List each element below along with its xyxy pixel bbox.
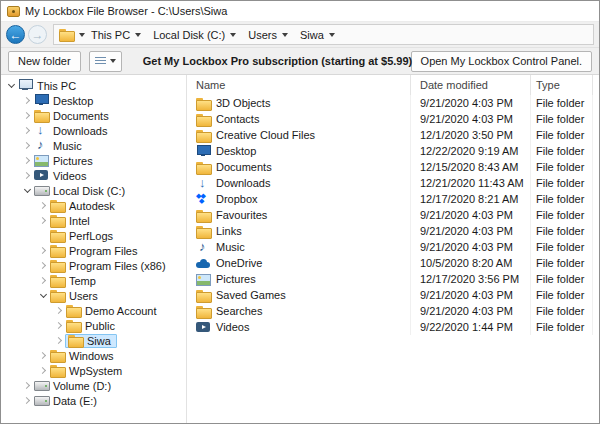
file-name: Links — [216, 225, 242, 237]
tree-item-program-files[interactable]: Program Files — [1, 243, 186, 258]
view-options-button[interactable] — [89, 51, 122, 72]
file-row-favourites[interactable]: Favourites 9/21/2020 4:03 PM File folder — [187, 207, 599, 223]
tree-item-perflogs[interactable]: PerfLogs — [1, 228, 186, 243]
chevron-down-icon[interactable] — [329, 33, 335, 37]
column-header-type[interactable]: Type — [531, 75, 593, 95]
chevron-down-icon[interactable] — [282, 33, 288, 37]
list-body: 3D Objects 9/21/2020 4:03 PM File folder… — [187, 95, 599, 423]
folder-icon — [50, 214, 65, 227]
tree-item-data-e[interactable]: Data (E:) — [1, 393, 186, 408]
tree-item-local-disk-c[interactable]: Local Disk (C:) — [1, 183, 186, 198]
folder-icon — [66, 319, 81, 332]
folder-icon — [50, 259, 65, 272]
chevron-right-icon[interactable] — [38, 350, 49, 361]
chevron-right-icon[interactable] — [38, 275, 49, 286]
file-type-cell: File folder — [531, 127, 593, 143]
tree-item-pictures[interactable]: Pictures — [1, 153, 186, 168]
file-name: Pictures — [216, 273, 256, 285]
file-row-downloads[interactable]: Downloads 12/21/2020 11:43 AM File folde… — [187, 175, 599, 191]
tree-item-autodesk[interactable]: Autodesk — [1, 198, 186, 213]
tree-item-temp[interactable]: Temp — [1, 273, 186, 288]
tree-item-program-files-x86[interactable]: Program Files (x86) — [1, 258, 186, 273]
file-row-contacts[interactable]: Contacts 9/21/2020 4:03 PM File folder — [187, 111, 599, 127]
chevron-right-icon[interactable] — [22, 170, 33, 181]
file-row-dropbox[interactable]: Dropbox 12/17/2020 8:21 AM File folder — [187, 191, 599, 207]
chevron-right-icon[interactable] — [38, 365, 49, 376]
selection-highlight: Siwa — [65, 334, 117, 348]
chevron-right-icon[interactable] — [22, 155, 33, 166]
folder-icon — [196, 225, 211, 238]
file-row-creative-cloud-files[interactable]: Creative Cloud Files 12/1/2020 3:50 PM F… — [187, 127, 599, 143]
breadcrumb-siwa[interactable]: Siwa — [294, 25, 341, 44]
chevron-right-icon[interactable] — [22, 380, 33, 391]
tree-item-desktop[interactable]: Desktop — [1, 93, 186, 108]
chevron-right-icon[interactable] — [38, 260, 49, 271]
breadcrumb-this-pc[interactable]: This PC — [85, 25, 147, 44]
chevron-right-icon[interactable] — [54, 305, 65, 316]
chevron-right-icon[interactable] — [22, 395, 33, 406]
tree-item-volume-d[interactable]: Volume (D:) — [1, 378, 186, 393]
chevron-down-icon[interactable] — [6, 80, 17, 91]
column-header-date-modified[interactable]: Date modified — [411, 75, 531, 95]
breadcrumb-label: Siwa — [300, 29, 324, 41]
title-bar[interactable]: My Lockbox File Browser - C:\Users\Siwa — [1, 1, 599, 22]
tree-item-this-pc[interactable]: This PC — [1, 78, 186, 93]
tree-item-music[interactable]: Music — [1, 138, 186, 153]
chevron-right-icon[interactable] — [38, 245, 49, 256]
tree-item-wpsystem[interactable]: WpSystem — [1, 363, 186, 378]
chevron-down-icon[interactable] — [38, 290, 49, 301]
monitor-icon — [34, 94, 49, 107]
breadcrumb[interactable]: This PC Local Disk (C:) Users Siwa — [53, 24, 594, 45]
file-type-cell: File folder — [531, 239, 593, 255]
chevron-right-icon[interactable] — [54, 335, 65, 346]
tree-item-intel[interactable]: Intel — [1, 213, 186, 228]
back-button[interactable]: ← — [6, 25, 25, 44]
file-row-searches[interactable]: Searches 9/21/2020 4:03 PM File folder — [187, 303, 599, 319]
file-name-cell: Creative Cloud Files — [187, 127, 411, 143]
new-folder-button[interactable]: New folder — [8, 51, 81, 72]
chevron-down-icon[interactable] — [230, 33, 236, 37]
chevron-down-icon[interactable] — [135, 33, 141, 37]
file-row-saved-games[interactable]: Saved Games 9/21/2020 4:03 PM File folde… — [187, 287, 599, 303]
file-date-cell: 12/17/2020 3:56 PM — [411, 271, 531, 287]
drive-icon — [34, 394, 49, 407]
chevron-right-icon[interactable] — [22, 95, 33, 106]
tree-item-windows[interactable]: Windows — [1, 348, 186, 363]
tree-item-siwa[interactable]: Siwa — [1, 333, 186, 348]
tree-item-label: Windows — [69, 350, 114, 362]
file-row-3d-objects[interactable]: 3D Objects 9/21/2020 4:03 PM File folder — [187, 95, 599, 111]
file-row-videos[interactable]: Videos 9/22/2020 1:44 PM File folder — [187, 319, 599, 335]
tree-item-downloads[interactable]: Downloads — [1, 123, 186, 138]
column-header-name[interactable]: Name — [187, 75, 411, 95]
tree-item-demo-account[interactable]: Demo Account — [1, 303, 186, 318]
control-panel-button[interactable]: Open My Lockbox Control Panel. — [411, 51, 592, 72]
file-type-cell: File folder — [531, 303, 593, 319]
tree-item-videos[interactable]: Videos — [1, 168, 186, 183]
chevron-right-icon[interactable] — [38, 200, 49, 211]
chevron-right-icon[interactable] — [22, 125, 33, 136]
chevron-right-icon[interactable] — [22, 110, 33, 121]
chevron-right-icon[interactable] — [54, 320, 65, 331]
file-row-desktop[interactable]: Desktop 12/22/2020 9:19 AM File folder — [187, 143, 599, 159]
promo-text: Get My Lockbox Pro subscription (startin… — [111, 48, 444, 73]
chevron-down-icon[interactable] — [22, 185, 33, 196]
file-name-cell: Videos — [187, 319, 411, 335]
tree-item-public[interactable]: Public — [1, 318, 186, 333]
breadcrumb-local-disk-c[interactable]: Local Disk (C:) — [147, 25, 242, 44]
file-name-cell: OneDrive — [187, 255, 411, 271]
breadcrumb-users[interactable]: Users — [242, 25, 294, 44]
file-row-music[interactable]: Music 9/21/2020 4:03 PM File folder — [187, 239, 599, 255]
file-name: Searches — [216, 305, 262, 317]
music-note-icon — [34, 139, 49, 152]
file-row-onedrive[interactable]: OneDrive 10/5/2020 8:20 AM File folder — [187, 255, 599, 271]
tree-item-documents[interactable]: Documents — [1, 108, 186, 123]
tree-item-users[interactable]: Users — [1, 288, 186, 303]
chevron-right-icon[interactable] — [38, 215, 49, 226]
file-row-pictures[interactable]: Pictures 12/17/2020 3:56 PM File folder — [187, 271, 599, 287]
forward-button[interactable]: → — [28, 25, 47, 44]
tree-item-label: Users — [69, 290, 98, 302]
file-row-links[interactable]: Links 9/21/2020 4:03 PM File folder — [187, 223, 599, 239]
file-row-documents[interactable]: Documents 12/15/2020 8:43 AM File folder — [187, 159, 599, 175]
file-name: Downloads — [216, 177, 270, 189]
chevron-right-icon[interactable] — [22, 140, 33, 151]
